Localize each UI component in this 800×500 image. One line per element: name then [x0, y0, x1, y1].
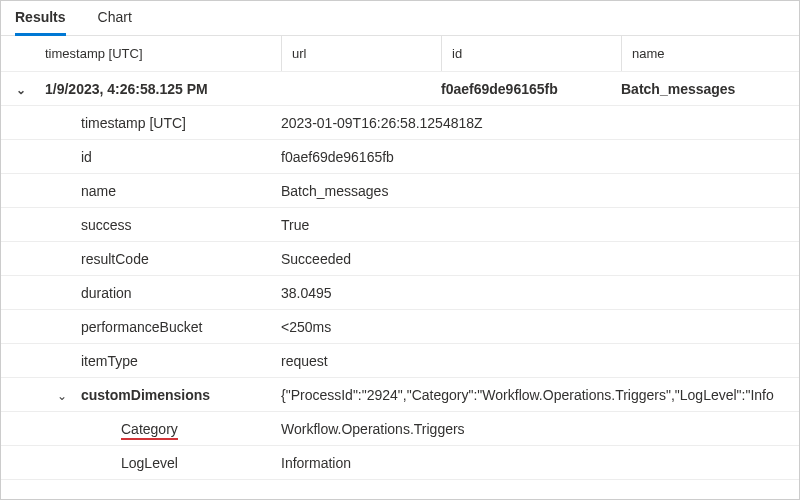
detail-row-id: id f0aef69de96165fb — [1, 140, 799, 174]
detail-key: itemType — [1, 353, 281, 369]
sub-key-category: Category — [121, 421, 178, 440]
detail-val: {"ProcessId":"2924","Category":"Workflow… — [281, 387, 799, 403]
tab-chart[interactable]: Chart — [98, 1, 148, 35]
cell-timestamp: 1/9/2023, 4:26:58.125 PM — [41, 81, 281, 97]
sub-key: LogLevel — [1, 455, 281, 471]
detail-key: resultCode — [1, 251, 281, 267]
detail-row-success: success True — [1, 208, 799, 242]
detail-val: f0aef69de96165fb — [281, 149, 799, 165]
table-row[interactable]: ⌄ 1/9/2023, 4:26:58.125 PM f0aef69de9616… — [1, 72, 799, 106]
detail-val: Batch_messages — [281, 183, 799, 199]
sub-val: Information — [281, 455, 799, 471]
detail-row-resultcode: resultCode Succeeded — [1, 242, 799, 276]
chevron-down-icon[interactable]: ⌄ — [16, 83, 26, 97]
sub-row-loglevel: LogLevel Information — [1, 446, 799, 480]
detail-val: 38.0495 — [281, 285, 799, 301]
header-name[interactable]: name — [621, 36, 799, 71]
tabs-bar: Results Chart — [1, 1, 799, 36]
sub-val: Workflow.Operations.Triggers — [281, 421, 799, 437]
header-timestamp[interactable]: timestamp [UTC] — [41, 46, 281, 61]
header-id[interactable]: id — [441, 36, 621, 71]
detail-row-itemtype: itemType request — [1, 344, 799, 378]
detail-val: request — [281, 353, 799, 369]
detail-row-name: name Batch_messages — [1, 174, 799, 208]
detail-val: Succeeded — [281, 251, 799, 267]
detail-key: duration — [1, 285, 281, 301]
cell-id: f0aef69de96165fb — [441, 81, 621, 97]
detail-val: <250ms — [281, 319, 799, 335]
detail-row-performancebucket: performanceBucket <250ms — [1, 310, 799, 344]
detail-key: timestamp [UTC] — [1, 115, 281, 131]
sub-row-category: Category Workflow.Operations.Triggers — [1, 412, 799, 446]
detail-row-customdimensions[interactable]: ⌄ customDimensions {"ProcessId":"2924","… — [1, 378, 799, 412]
detail-row-timestamp: timestamp [UTC] 2023-01-09T16:26:58.1254… — [1, 106, 799, 140]
detail-val: 2023-01-09T16:26:58.1254818Z — [281, 115, 799, 131]
chevron-down-icon[interactable]: ⌄ — [57, 389, 67, 403]
detail-val: True — [281, 217, 799, 233]
tab-results[interactable]: Results — [15, 1, 82, 35]
detail-row-duration: duration 38.0495 — [1, 276, 799, 310]
header-url[interactable]: url — [281, 36, 441, 71]
detail-key: success — [1, 217, 281, 233]
table-header: timestamp [UTC] url id name — [1, 36, 799, 72]
detail-key: customDimensions — [81, 387, 210, 403]
detail-key: id — [1, 149, 281, 165]
detail-key: name — [1, 183, 281, 199]
cell-name: Batch_messages — [621, 81, 799, 97]
detail-key: performanceBucket — [1, 319, 281, 335]
